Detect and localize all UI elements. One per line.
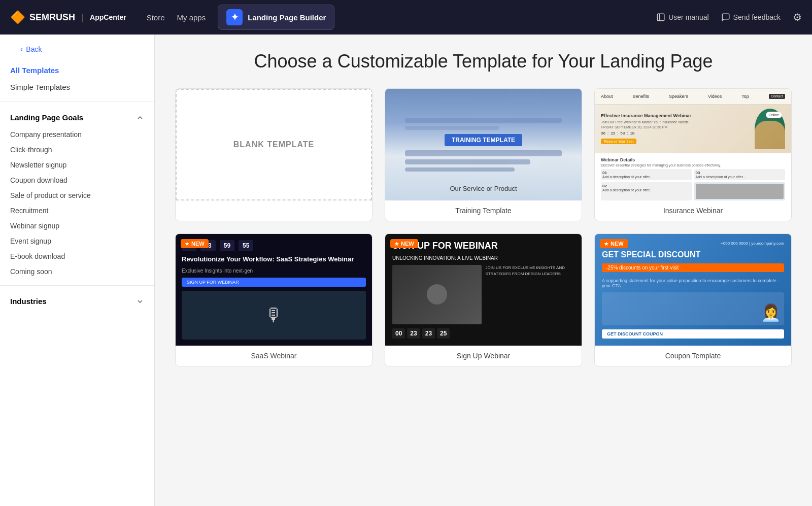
saas-mock: 06 23 59 55 Revolutionize Your Workflow:… xyxy=(176,234,372,346)
goal-click-through[interactable]: Click-through xyxy=(10,142,144,157)
new-badge-label2: NEW xyxy=(401,241,414,247)
saas-image-area: 🎙 xyxy=(182,291,366,340)
goals-header-label: Landing Page Goals xyxy=(10,113,83,122)
insurance-details: Webinar Details Discover essential strat… xyxy=(595,153,791,200)
signup-title: SIGN UP FOR WEBINAR xyxy=(392,241,574,251)
sidebar-back-section: ‹ Back xyxy=(0,45,154,62)
send-feedback-link[interactable]: Send feedback xyxy=(721,13,781,22)
goal-ebook-download[interactable]: E-book download xyxy=(10,249,144,264)
chat-icon xyxy=(721,13,730,22)
insurance-template-image: About Benefits Speakers Videos Top Conta… xyxy=(595,89,791,200)
coupon-discount-badge: -25% discounts on your first visit xyxy=(602,263,784,272)
saas-caption: SaaS Webinar xyxy=(176,346,372,366)
app-icon: ✦ xyxy=(226,9,243,25)
insurance-details-sub: Discover essential strategies for managi… xyxy=(601,163,785,167)
insurance-hero: Effective Insurance Management Webinar J… xyxy=(595,105,791,153)
new-badge-star-icon: ★ xyxy=(185,241,189,247)
saas-subtitle: Exclusive Insights into next-gen xyxy=(182,268,366,274)
goal-event-signup[interactable]: Event signup xyxy=(10,233,144,249)
signup-subtitle: UNLOCKING INNOVATION: A LIVE WEBINAR xyxy=(392,255,574,261)
goal-list: Company presentation Click-through Newsl… xyxy=(0,127,154,279)
training-bottom-text: Our Service or Product xyxy=(450,185,517,192)
signup-countdown: 00 23 23 25 xyxy=(392,328,574,339)
insurance-caption: Insurance Webinar xyxy=(595,200,791,221)
microphone-icon: 🎙 xyxy=(265,305,283,326)
saas-template-image: ★ NEW 06 23 59 55 Revolutionize Your Wor… xyxy=(176,234,372,346)
brand-separator: | xyxy=(81,12,84,23)
my-apps-link[interactable]: My apps xyxy=(177,13,206,22)
sidebar: ‹ Back All Templates Simple Templates La… xyxy=(0,35,155,506)
user-manual-link[interactable]: User manual xyxy=(656,13,708,22)
saas-countdown: 06 23 59 55 xyxy=(182,240,366,251)
training-tag: TRAINING TEMPLATE xyxy=(445,134,522,146)
template-card-coupon[interactable]: ★ NEW +000 000 0000 | yourcompany.com GE… xyxy=(594,233,792,366)
goal-coupon-download[interactable]: Coupon download xyxy=(10,173,144,188)
coupon-desc: A supporting statement for your value pr… xyxy=(602,278,784,288)
template-card-saas[interactable]: ★ NEW 06 23 59 55 Revolutionize Your Wor… xyxy=(175,233,373,366)
template-card-training[interactable]: TRAINING TEMPLATE Our Service or Product… xyxy=(385,88,582,221)
insurance-details-title: Webinar Details xyxy=(601,157,785,162)
settings-icon[interactable]: ⚙ xyxy=(793,11,802,23)
coupon-new-badge: ★ NEW xyxy=(600,239,628,248)
coupon-person-area: 👩‍💼 xyxy=(602,292,784,325)
coupon-mock: +000 000 0000 | yourcompany.com GET SPEC… xyxy=(595,234,791,346)
goal-company-presentation[interactable]: Company presentation xyxy=(10,127,144,142)
goal-coming-soon[interactable]: Coming soon xyxy=(10,264,144,279)
training-mock: TRAINING TEMPLATE Our Service or Product xyxy=(385,89,582,200)
template-type-section: All Templates Simple Templates xyxy=(0,62,154,95)
goal-recruitment[interactable]: Recruitment xyxy=(10,203,144,218)
new-badge-star-icon2: ★ xyxy=(394,241,399,247)
industries-header[interactable]: Industries xyxy=(0,292,154,311)
coupon-template-image: ★ NEW +000 000 0000 | yourcompany.com GE… xyxy=(595,234,791,346)
appcenter-label: AppCenter xyxy=(90,13,126,21)
signup-content: JOIN US FOR EXCLUSIVE INSIGHTS AND STRAT… xyxy=(392,265,574,324)
insurance-title: Effective Insurance Management Webinar xyxy=(601,113,755,119)
saas-title: Revolutionize Your Workflow: SaaS Strate… xyxy=(182,255,366,264)
coupon-caption: Coupon Template xyxy=(595,346,791,366)
goal-newsletter-signup[interactable]: Newsletter signup xyxy=(10,157,144,173)
book-icon xyxy=(656,13,665,22)
template-card-signup[interactable]: ★ NEW SIGN UP FOR WEBINAR UNLOCKING INNO… xyxy=(385,233,582,366)
goal-webinar-signup[interactable]: Webinar signup xyxy=(10,218,144,233)
goal-sale-product-service[interactable]: Sale of product or service xyxy=(10,188,144,203)
saas-new-badge: ★ NEW xyxy=(181,239,209,248)
blank-template-label: BLANK TEMPLATE xyxy=(233,140,314,149)
semrush-logo-icon: 🔶 xyxy=(10,10,25,24)
signup-image xyxy=(392,265,482,324)
insurance-nav: About Benefits Speakers Videos Top Conta… xyxy=(595,89,791,105)
layout: ‹ Back All Templates Simple Templates La… xyxy=(0,35,812,506)
template-card-insurance[interactable]: About Benefits Speakers Videos Top Conta… xyxy=(594,88,792,221)
back-button[interactable]: ‹ Back xyxy=(10,45,144,62)
app-name: Landing Page Builder xyxy=(248,13,326,22)
simple-templates-link[interactable]: Simple Templates xyxy=(10,79,144,95)
svg-rect-0 xyxy=(657,14,664,21)
app-pill[interactable]: ✦ Landing Page Builder xyxy=(218,5,334,30)
signup-caption: Sign Up Webinar xyxy=(385,346,582,366)
nav-right: User manual Send feedback ⚙ xyxy=(656,11,802,23)
signup-mock: SIGN UP FOR WEBINAR UNLOCKING INNOVATION… xyxy=(385,234,582,346)
template-card-blank[interactable]: BLANK TEMPLATE xyxy=(175,88,373,221)
main-content: Choose a Customizable Template for Your … xyxy=(155,35,812,506)
back-label: Back xyxy=(26,45,42,53)
new-badge-label3: NEW xyxy=(611,241,624,247)
insurance-mock: About Benefits Speakers Videos Top Conta… xyxy=(595,89,791,200)
new-badge-label: NEW xyxy=(191,241,205,247)
brand-name: SEMRUSH xyxy=(29,12,75,23)
insurance-sub: Join Our Free Webinar to Master Your Ins… xyxy=(601,120,755,124)
insurance-details-grid: 01Add a description of your offer... 03A… xyxy=(601,169,785,200)
signup-new-badge: ★ NEW xyxy=(390,239,418,248)
all-templates-link[interactable]: All Templates xyxy=(10,62,144,79)
landing-page-goals-header[interactable]: Landing Page Goals xyxy=(0,108,154,127)
insurance-cta-btn: Reserve Your Seat xyxy=(601,139,636,144)
insurance-online-badge: Online xyxy=(766,112,782,118)
training-caption: Training Template xyxy=(385,200,582,221)
top-navigation: 🔶 SEMRUSH | AppCenter Store My apps ✦ La… xyxy=(0,0,812,35)
brand-logo-area: 🔶 SEMRUSH | AppCenter xyxy=(10,10,126,24)
nav-links: Store My apps xyxy=(147,13,206,22)
back-arrow-icon: ‹ xyxy=(20,45,23,54)
chevron-up-icon xyxy=(136,114,144,122)
template-grid: BLANK TEMPLATE TRAINING TEMPLATE xyxy=(175,88,792,366)
store-link[interactable]: Store xyxy=(147,13,165,22)
industries-label: Industries xyxy=(10,297,47,306)
chevron-down-icon xyxy=(136,297,144,306)
